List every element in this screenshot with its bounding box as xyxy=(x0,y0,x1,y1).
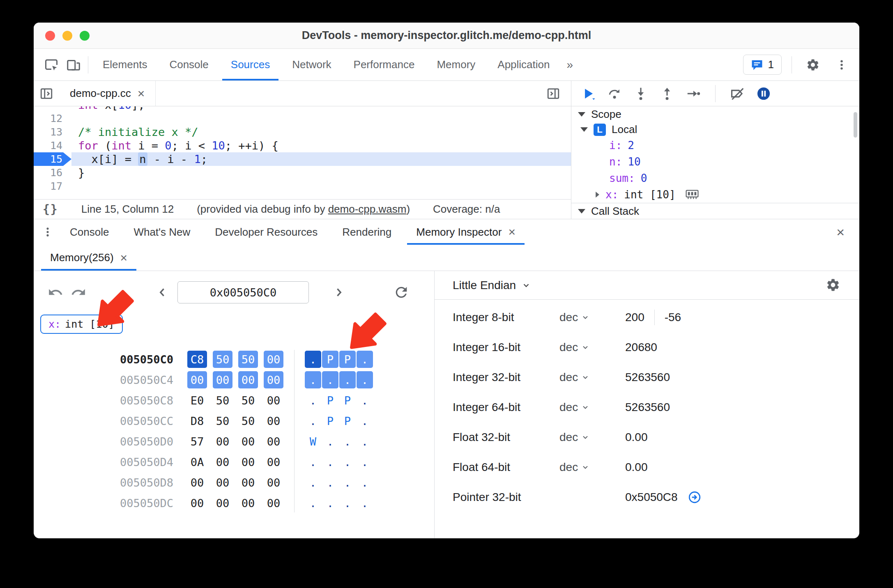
memory-byte[interactable]: 57 xyxy=(187,433,207,450)
format-dropdown[interactable]: dec xyxy=(559,341,625,354)
memory-ascii[interactable]: P xyxy=(322,392,338,409)
memory-byte[interactable]: 00 xyxy=(213,494,232,512)
tab-performance[interactable]: Performance xyxy=(343,49,426,80)
memory-ascii[interactable]: . xyxy=(339,453,356,471)
memory-byte[interactable]: 00 xyxy=(213,433,232,450)
code-editor[interactable]: int x[10];1213/* initialize x */14for (i… xyxy=(34,106,571,199)
memory-byte[interactable]: 50 xyxy=(238,351,258,368)
scope-variable-i[interactable]: i:2 xyxy=(571,137,859,154)
code-line-14[interactable]: 14for (int i = 0; i < 10; ++i) { xyxy=(34,139,571,152)
memory-ascii[interactable]: . xyxy=(322,371,338,388)
memory-byte[interactable]: D8 xyxy=(187,412,207,430)
memory-byte[interactable]: 00 xyxy=(264,494,283,512)
close-icon[interactable]: × xyxy=(138,87,145,100)
memory-ascii[interactable]: . xyxy=(305,453,321,471)
memory-ascii[interactable]: . xyxy=(305,371,321,388)
format-dropdown[interactable]: dec xyxy=(559,401,625,414)
step-into-icon[interactable] xyxy=(633,86,649,101)
memory-ascii[interactable]: P xyxy=(339,392,356,409)
step-icon[interactable] xyxy=(686,86,701,101)
previous-page-icon[interactable] xyxy=(155,285,169,299)
line-number[interactable]: 12 xyxy=(34,112,71,125)
line-number[interactable]: 16 xyxy=(34,166,71,179)
close-icon[interactable]: × xyxy=(508,226,516,238)
memory-ascii[interactable]: . xyxy=(357,412,373,430)
zoom-button[interactable] xyxy=(80,31,90,41)
format-dropdown[interactable]: dec xyxy=(559,371,625,384)
tab-elements[interactable]: Elements xyxy=(92,49,158,80)
address-input[interactable] xyxy=(177,281,309,303)
file-tab-demo-cpp[interactable]: demo-cpp.cc × xyxy=(59,81,156,106)
code-line-15[interactable]: 15 x[i] = n - i - 1; xyxy=(34,152,571,166)
code-line-12[interactable]: 12 xyxy=(34,112,571,125)
memory-ascii[interactable]: . xyxy=(305,392,321,409)
memory-ascii[interactable]: . xyxy=(339,433,356,450)
memory-byte[interactable]: 50 xyxy=(213,351,232,368)
drawer-menu-icon[interactable] xyxy=(38,219,58,245)
memory-byte[interactable]: E0 xyxy=(187,392,207,409)
scope-variable-n[interactable]: n:10 xyxy=(571,154,859,170)
memory-byte[interactable]: 00 xyxy=(264,412,283,430)
issues-button[interactable]: 1 xyxy=(743,55,782,75)
drawer-tab-developer-resources[interactable]: Developer Resources xyxy=(203,219,330,245)
scope-local-row[interactable]: L Local xyxy=(571,122,859,138)
more-panels-button[interactable]: » xyxy=(561,49,579,80)
memory-ascii[interactable]: . xyxy=(322,494,338,512)
close-button[interactable] xyxy=(45,31,55,41)
endianness-dropdown[interactable]: Little Endian xyxy=(453,279,516,292)
drawer-tab-console[interactable]: Console xyxy=(58,219,121,245)
memory-ascii[interactable]: P xyxy=(322,412,338,430)
scope-section-header[interactable]: Scope xyxy=(571,106,859,122)
memory-ascii[interactable]: . xyxy=(357,371,373,388)
debugger-sidebar-toggle-icon[interactable] xyxy=(546,81,571,106)
memory-byte[interactable]: 50 xyxy=(213,392,232,409)
memory-ascii[interactable]: . xyxy=(357,351,373,368)
history-back-icon[interactable] xyxy=(48,285,63,300)
memory-byte[interactable]: 00 xyxy=(238,494,258,512)
memory-byte[interactable]: 00 xyxy=(238,474,258,491)
line-number[interactable]: 13 xyxy=(34,125,71,139)
next-page-icon[interactable] xyxy=(332,285,346,299)
line-number[interactable]: 15 xyxy=(34,152,71,166)
line-number[interactable]: 17 xyxy=(34,179,71,193)
memory-byte[interactable]: 00 xyxy=(238,433,258,450)
memory-byte[interactable]: 00 xyxy=(187,371,207,388)
device-toolbar-icon[interactable] xyxy=(62,49,85,80)
tab-application[interactable]: Application xyxy=(486,49,561,80)
minimize-button[interactable] xyxy=(62,31,72,41)
format-dropdown[interactable]: dec xyxy=(559,461,625,474)
line-number[interactable]: 14 xyxy=(34,139,71,152)
memory-ascii[interactable]: . xyxy=(305,412,321,430)
memory-ascii[interactable]: . xyxy=(305,474,321,491)
step-over-icon[interactable] xyxy=(607,86,622,101)
memory-ascii[interactable]: . xyxy=(305,351,321,368)
deactivate-breakpoints-icon[interactable] xyxy=(730,86,745,101)
memory-settings-gear-icon[interactable] xyxy=(826,278,841,293)
memory-ascii[interactable]: . xyxy=(357,494,373,512)
memory-ascii[interactable]: . xyxy=(322,453,338,471)
memory-byte[interactable]: 50 xyxy=(213,412,232,430)
scope-variable-sum[interactable]: sum:0 xyxy=(571,170,859,186)
drawer-tab-rendering[interactable]: Rendering xyxy=(330,219,404,245)
memory-byte[interactable]: 00 xyxy=(213,371,232,388)
memory-byte[interactable]: 00 xyxy=(187,474,207,491)
step-out-icon[interactable] xyxy=(659,86,675,101)
drawer-close-icon[interactable]: × xyxy=(836,219,855,245)
pause-on-exceptions-icon[interactable] xyxy=(756,86,771,101)
refresh-icon[interactable] xyxy=(393,284,410,301)
wasm-link[interactable]: demo-cpp.wasm xyxy=(328,203,407,215)
memory-ascii[interactable]: . xyxy=(357,453,373,471)
memory-byte[interactable]: 00 xyxy=(264,474,283,491)
drawer-tab-what-s-new[interactable]: What's New xyxy=(121,219,203,245)
memory-byte[interactable]: 50 xyxy=(238,392,258,409)
memory-ascii[interactable]: W xyxy=(305,433,321,450)
call-stack-section-header[interactable]: Call Stack xyxy=(571,203,859,219)
tab-memory[interactable]: Memory xyxy=(426,49,486,80)
memory-byte[interactable]: C8 xyxy=(187,351,207,368)
memory-ascii[interactable]: . xyxy=(339,494,356,512)
code-line-17[interactable]: 17 xyxy=(34,179,571,193)
memory-byte[interactable]: 0A xyxy=(187,453,207,471)
memory-inspector-icon[interactable] xyxy=(686,189,699,200)
memory-ascii[interactable]: . xyxy=(357,433,373,450)
memory-ascii[interactable]: . xyxy=(339,371,356,388)
